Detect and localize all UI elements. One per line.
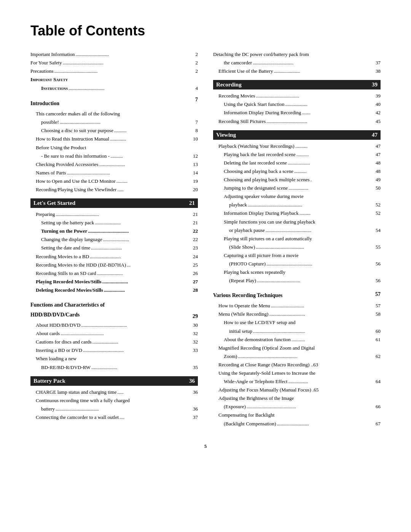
recording-section: Recording 39 Recording Movies ..........… — [213, 80, 381, 125]
top-entries-right: Detaching the DC power cord/battery pack… — [213, 50, 381, 75]
list-item: Menu (While Recording) .................… — [213, 310, 381, 318]
list-item: Recording/Playing Using the Viewfinder .… — [30, 185, 198, 194]
battery-pack-section: Battery Pack 36 CHARGE lamp status and c… — [30, 376, 198, 422]
list-item: possible! ..............................… — [30, 118, 198, 126]
list-item: (Slide Show) ...........................… — [213, 243, 381, 251]
list-item: Compensating for Backlight — [213, 411, 381, 419]
list-item: Jumping to the designated scene ........… — [213, 184, 381, 192]
list-item: Capturing a still picture from a movie — [213, 251, 381, 260]
list-item: Setting up the battery pack ............… — [30, 219, 198, 227]
list-item: Adjusting speaker volume during movie — [213, 192, 381, 201]
list-item: (Exposure) .............................… — [213, 403, 381, 411]
list-item: Using the Quick Start function .........… — [213, 100, 381, 109]
list-item: This camcorder makes all of the followin… — [30, 110, 198, 118]
list-item: How to Read this Instruction Manual ....… — [30, 135, 198, 143]
list-item: Playing Recorded Movies/Stills .........… — [30, 278, 198, 286]
list-item: Turning on the Power ...................… — [30, 227, 198, 235]
various-header: Various Recording Techniques — [213, 292, 282, 299]
list-item: Recording Stills to an SD card .........… — [30, 269, 198, 278]
list-item: Information Display During Playback ....… — [213, 209, 381, 217]
list-item: Instructions ...........................… — [30, 84, 198, 93]
right-column: Detaching the DC power cord/battery pack… — [213, 50, 381, 428]
list-item: Simple functions you can use during play… — [213, 218, 381, 226]
list-item: Adjusting the Brightness of the Image — [213, 394, 381, 403]
list-item: Playing still pictures on a card automat… — [213, 235, 381, 243]
list-item: About HDD/BD/DVD .......................… — [30, 321, 198, 329]
various-page: 57 — [375, 291, 381, 297]
list-item: Inserting a BD or DVD ..................… — [30, 346, 198, 355]
list-item: CHARGE lamp status and charging time ...… — [30, 388, 198, 396]
list-item: - Be sure to read this information - ...… — [30, 152, 198, 160]
list-item: Recording Movies .......................… — [213, 92, 381, 100]
list-item: initial setup ..........................… — [213, 327, 381, 335]
list-item: Checking Provided Accessories ..........… — [30, 160, 198, 169]
list-item: Setting the date and time ..............… — [30, 244, 198, 252]
battery-pack-header: Battery Pack 36 — [30, 376, 198, 386]
lets-get-started-header: Let's Get Started 21 — [30, 198, 198, 208]
list-item: (PHOTO Capture) ........................… — [213, 260, 381, 268]
list-item: Playing back the last recorded scene ...… — [213, 150, 381, 159]
list-item: Names of Parts .........................… — [30, 169, 198, 177]
introduction-page: 7 — [195, 97, 198, 108]
list-item: How to Operate the Menu ................… — [213, 302, 381, 310]
list-item: Magnified Recording (Optical Zoom and Di… — [213, 344, 381, 352]
list-item: battery ................................… — [30, 405, 198, 413]
list-item: Recording Still Pictures ...............… — [213, 117, 381, 126]
top-entries-left: Important Information ..................… — [30, 50, 198, 93]
introduction-section: Introduction 7 This camcorder makes all … — [30, 97, 198, 194]
list-item: About cards ............................… — [30, 329, 198, 338]
list-item: Playback (Watching Your Recordings) ....… — [213, 142, 381, 150]
list-item: Continuous recording time with a fully c… — [30, 396, 198, 405]
list-item: (Repeat Play) ..........................… — [213, 276, 381, 285]
list-item: playback ...............................… — [213, 201, 381, 209]
list-item: About the demonstration function .......… — [213, 335, 381, 344]
list-item: When loading a new — [30, 355, 198, 363]
list-item: Preparing ..............................… — [30, 210, 198, 219]
list-item: (Backlight Compensation) ...............… — [213, 420, 381, 428]
list-item: Zoom) ..................................… — [213, 352, 381, 361]
viewing-section: Viewing 47 Playback (Watching Your Recor… — [213, 130, 381, 285]
list-item: or playback pause ......................… — [213, 226, 381, 235]
page-number: 5 — [30, 443, 381, 449]
various-recording-section: Various Recording Techniques 57 How to O… — [213, 289, 381, 428]
list-item: Choosing and playing back multiple scene… — [213, 176, 381, 184]
list-item: For Your Safety ........................… — [30, 59, 198, 67]
list-item: Cautions for discs and cards ...........… — [30, 338, 198, 346]
list-item: Before Using the Product — [30, 144, 198, 152]
list-item: Deleting Recorded Movies/Stills ........… — [30, 286, 198, 294]
viewing-header: Viewing 47 — [213, 130, 381, 140]
list-item: Connecting the camcorder to a wall outle… — [30, 413, 198, 422]
list-item: Detaching the DC power cord/battery pack… — [213, 50, 381, 59]
functions-page: 29 — [193, 313, 198, 320]
lets-get-started-section: Let's Get Started 21 Preparing .........… — [30, 198, 198, 294]
list-item: Adjusting the Focus Manually (Manual Foc… — [213, 386, 381, 394]
list-item: Efficient Use of the Battery ...........… — [213, 67, 381, 75]
list-item: the camcorder ..........................… — [213, 59, 381, 67]
list-item: Recording Movies to the HDD (DZ-BD7HA) .… — [30, 261, 198, 269]
recording-header: Recording 39 — [213, 80, 381, 89]
list-item: Deleting the last recorded scene .......… — [213, 159, 381, 167]
list-item: How to use the LCD/EVF setup and — [213, 318, 381, 327]
list-item: How to Open and Use the LCD Monitor ....… — [30, 177, 198, 185]
list-item: Choosing a disc to suit your purpose ...… — [30, 126, 198, 135]
list-item: BD-RE/BD-R/DVD-RW ..................... … — [30, 363, 198, 372]
list-item: Recording at Close Range (Macro Recordin… — [213, 361, 381, 369]
list-item: Playing back scenes repeatedly — [213, 268, 381, 276]
list-item: Recording Movies to a BD ...............… — [30, 252, 198, 261]
introduction-header: Introduction — [30, 101, 59, 107]
list-item: Using the Separately-Sold Lenses to Incr… — [213, 369, 381, 377]
list-item: Wide-Angle or Telephoto Effect .........… — [213, 377, 381, 386]
functions-header2: HDD/BD/DVD/Cards — [30, 312, 105, 318]
functions-header: Functions and Characteristics of — [30, 302, 105, 308]
functions-section: Functions and Characteristics of HDD/BD/… — [30, 298, 198, 372]
list-item: Important Safety — [30, 75, 198, 84]
list-item: Important Information ..................… — [30, 50, 198, 59]
left-column: Important Information ..................… — [30, 50, 198, 428]
list-item: Choosing and playing back a scene ......… — [213, 167, 381, 176]
list-item: Precautions ............................… — [30, 67, 198, 75]
list-item: Information Display During Recording ...… — [213, 109, 381, 117]
list-item: Changing the display language ..........… — [30, 235, 198, 244]
page-title: Table of Contents — [30, 23, 381, 39]
